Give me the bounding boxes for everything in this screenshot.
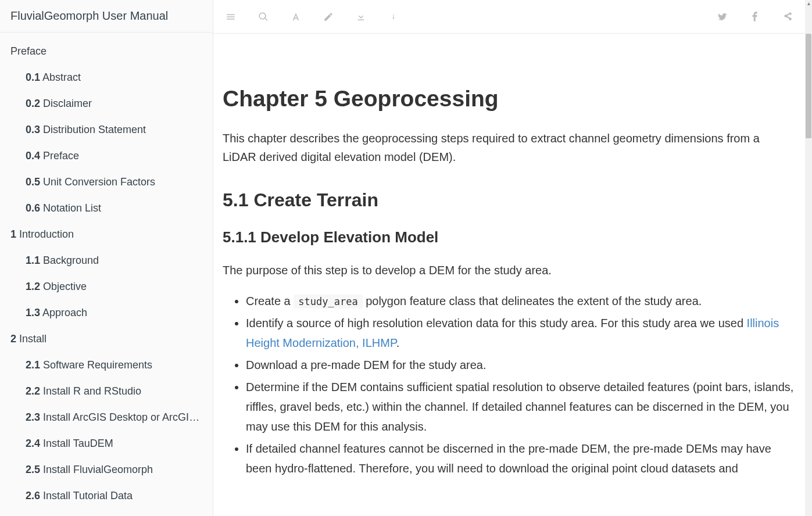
nav-item[interactable]: 2.3 Install ArcGIS Desktop or ArcGIS Pro (0, 404, 213, 431)
list-item: Determine if the DEM contains sufficient… (246, 377, 796, 436)
nav-item[interactable]: 1 Introduction (0, 221, 213, 248)
facebook-icon[interactable] (749, 11, 761, 23)
nav-item[interactable]: 1.2 Objective (0, 274, 213, 300)
nav-item[interactable]: 1.1 Background (0, 248, 213, 274)
chapter-intro: This chapter describes the geoprocessing… (223, 129, 796, 166)
subsection-intro: The purpose of this step is to develop a… (223, 261, 796, 280)
twitter-icon[interactable] (717, 11, 728, 23)
inline-code: study_area (294, 295, 362, 309)
nav-item[interactable]: 1.3 Approach (0, 300, 213, 326)
main-content: Chapter 5 Geoprocessing This chapter des… (213, 34, 805, 516)
nav-item[interactable]: 0.5 Unit Conversion Factors (0, 169, 213, 195)
info-icon[interactable] (388, 11, 399, 23)
share-icon[interactable] (782, 11, 793, 23)
subsection-title: 5.1.1 Develop Elevation Model (223, 228, 796, 246)
scrollbar[interactable]: ▴ (805, 0, 812, 516)
scrollbar-thumb[interactable] (806, 34, 811, 138)
nav-item[interactable]: 0.4 Preface (0, 143, 213, 169)
section-title: 5.1 Create Terrain (223, 189, 796, 211)
sidebar-title[interactable]: FluvialGeomorph User Manual (0, 0, 213, 33)
nav-item[interactable]: 0.1 Abstract (0, 64, 213, 91)
toolbar (213, 0, 805, 34)
nav-item[interactable]: 0.3 Distribution Statement (0, 117, 213, 143)
nav-item[interactable]: 2.1 Software Requirements (0, 352, 213, 378)
list-item: If detailed channel features cannot be d… (246, 439, 796, 478)
nav-item[interactable]: 2.2 Install R and RStudio (0, 378, 213, 404)
list-item: Create a study_area polygon feature clas… (246, 291, 796, 311)
nav-item[interactable]: 2.5 Install FluvialGeomorph (0, 457, 213, 483)
sidebar-nav: Preface0.1 Abstract0.2 Disclaimer0.3 Dis… (0, 33, 213, 515)
toc-icon[interactable] (225, 11, 237, 23)
nav-item[interactable]: 0.6 Notation List (0, 195, 213, 221)
sidebar: FluvialGeomorph User Manual Preface0.1 A… (0, 0, 213, 516)
scroll-up-icon[interactable]: ▴ (805, 0, 812, 7)
font-icon[interactable] (290, 11, 302, 23)
search-icon[interactable] (257, 11, 269, 23)
nav-item[interactable]: 0.2 Disclaimer (0, 91, 213, 117)
nav-item[interactable]: 2.6 Install Tutorial Data (0, 483, 213, 509)
download-icon[interactable] (355, 11, 367, 23)
step-list: Create a study_area polygon feature clas… (246, 291, 796, 478)
list-item: Download a pre-made DEM for the study ar… (246, 355, 796, 375)
nav-item[interactable]: 2 Install (0, 326, 213, 352)
nav-item[interactable]: Preface (0, 38, 213, 64)
chapter-title: Chapter 5 Geoprocessing (223, 86, 796, 112)
edit-icon[interactable] (323, 11, 334, 23)
list-item: Identify a source of high resolution ele… (246, 313, 796, 353)
nav-item[interactable]: 2.4 Install TauDEM (0, 431, 213, 457)
